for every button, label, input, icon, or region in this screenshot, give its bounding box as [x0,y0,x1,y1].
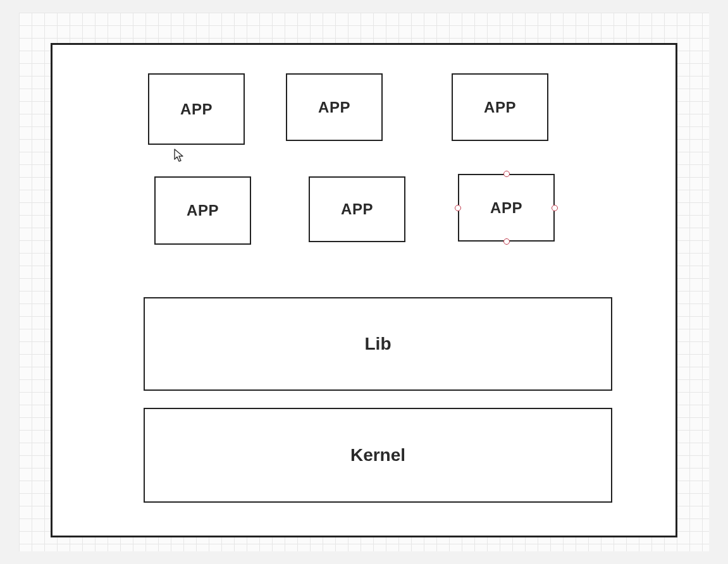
app-box-5[interactable]: APP [309,176,405,242]
kernel-box[interactable]: Kernel [144,408,612,503]
kernel-box-label: Kernel [350,445,405,465]
app-box-2[interactable]: APP [286,73,383,141]
viewport: APP APP APP APP APP APP Lib Kernel [0,0,728,564]
app-box-3[interactable]: APP [452,73,548,141]
selection-handle-right[interactable] [552,205,558,211]
app-box-4[interactable]: APP [154,176,251,245]
selection-handle-top[interactable] [503,171,510,177]
app-box-5-label: APP [341,200,373,218]
app-box-6-selected[interactable]: APP [458,174,555,242]
app-box-1-label: APP [180,101,213,118]
app-box-3-label: APP [484,99,516,116]
lib-box-label: Lib [365,334,392,354]
diagram-canvas[interactable]: APP APP APP APP APP APP Lib Kernel [0,0,728,564]
app-box-1[interactable]: APP [148,73,245,145]
app-box-4-label: APP [187,202,219,219]
app-box-2-label: APP [318,99,350,116]
selection-handle-bottom[interactable] [503,238,510,245]
app-box-6-label: APP [490,199,522,217]
selection-handle-left[interactable] [455,205,461,211]
lib-box[interactable]: Lib [144,297,612,391]
